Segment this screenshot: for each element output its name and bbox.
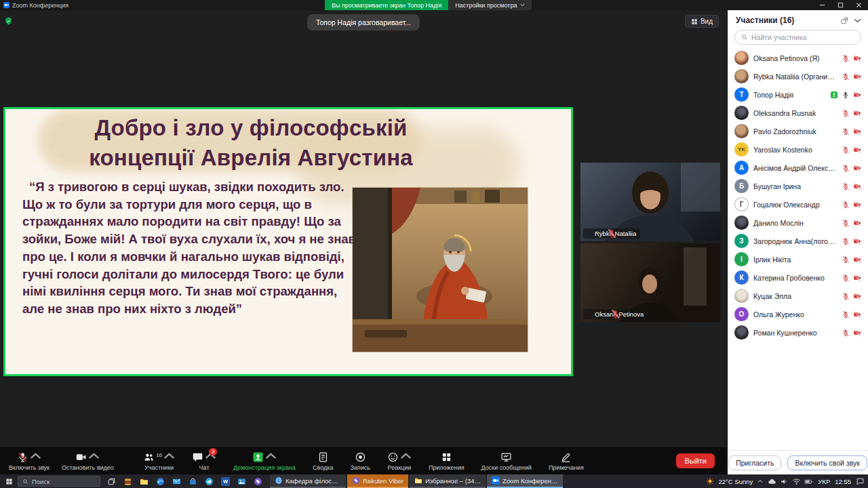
participant-name: Катерина Гробовенко	[753, 274, 837, 282]
participant-name: Rybka Nataliia (Организатор)	[753, 73, 837, 81]
participants-title: Участники (16)	[736, 16, 794, 25]
participant-status-icons	[842, 182, 861, 190]
mail-icon[interactable]	[168, 474, 184, 488]
mic-muted-icon	[842, 201, 850, 209]
video-off-icon	[853, 109, 861, 117]
summary-button[interactable]: Сводка	[307, 447, 339, 474]
invite-button[interactable]: Пригласить	[728, 455, 781, 470]
mic-muted-icon	[842, 146, 850, 154]
window-titlebar: Zoom Конференция Вы просматриваете экран…	[0, 0, 868, 10]
close-button[interactable]	[850, 0, 868, 10]
mic-muted-icon	[842, 54, 850, 62]
clock[interactable]: 12:55	[835, 478, 851, 485]
participant-row[interactable]: О Ольга Журенко	[728, 305, 868, 323]
participant-row[interactable]: A Анісімов Андрій Олександрович	[728, 159, 868, 177]
participant-row[interactable]: І Ірлик Нікіта	[728, 250, 868, 268]
photos-icon[interactable]	[233, 474, 250, 488]
presentation-slide: Добро і зло у філософській концепції Авр…	[5, 109, 571, 374]
view-options-button[interactable]: Настройки просмотра	[448, 0, 532, 10]
leave-meeting-button[interactable]: Выйти	[676, 453, 715, 468]
view-button[interactable]: Вид	[685, 15, 719, 28]
share-screen-button[interactable]: Демонстрация экрана	[227, 447, 302, 474]
participant-row[interactable]: Oleksandra Rusnak	[728, 104, 868, 122]
edge-browser-icon[interactable]	[152, 474, 168, 488]
search-participant-input[interactable]	[751, 33, 854, 41]
volume-icon[interactable]	[780, 477, 789, 486]
language-indicator[interactable]: УКР	[818, 478, 830, 485]
security-shield-icon[interactable]	[4, 16, 13, 26]
start-button[interactable]	[0, 474, 18, 488]
word-icon[interactable]: W	[217, 474, 233, 488]
chevron-up-icon[interactable]	[163, 450, 175, 462]
participant-name: Анісімов Андрій Олександрович	[753, 164, 837, 172]
whiteboards-button[interactable]: Доски сообщений	[475, 447, 538, 474]
video-off-icon	[853, 310, 861, 319]
minimize-button[interactable]	[813, 0, 831, 10]
popout-icon[interactable]	[841, 17, 848, 24]
viber-icon[interactable]	[250, 474, 266, 488]
network-icon[interactable]	[792, 477, 801, 486]
video-off-icon	[853, 256, 861, 264]
reactions-button[interactable]: Реакции	[381, 447, 418, 474]
open-apps: Кафедра філософії, ... Rakuten Viber Изб…	[270, 474, 563, 488]
participant-row[interactable]: YK Yaroslav Kostenko	[728, 140, 868, 159]
chat-button[interactable]: 3 Чат	[186, 447, 222, 474]
notes-button[interactable]: Примечания	[542, 447, 590, 474]
mic-muted-icon	[842, 109, 850, 117]
telegram-icon[interactable]	[201, 474, 217, 488]
participant-row[interactable]: З Загороднюк Анна(логопедія)	[728, 232, 868, 250]
participant-status-icons	[830, 91, 861, 99]
weather-label[interactable]: 22°C Sunny	[719, 478, 753, 485]
video-off-icon	[853, 54, 861, 62]
participant-status-icons	[842, 54, 861, 62]
chevron-up-icon[interactable]	[265, 450, 277, 462]
participant-row[interactable]: Куцак Элла	[728, 287, 868, 305]
store-icon[interactable]	[184, 474, 201, 488]
participant-row[interactable]: Rybka Nataliia (Организатор)	[728, 67, 868, 85]
apps-button[interactable]: Приложения	[422, 447, 471, 474]
mic-muted-icon	[842, 310, 850, 319]
record-button[interactable]: Запись	[344, 447, 376, 474]
weather-icon[interactable]	[706, 477, 714, 485]
video-off-icon	[853, 127, 861, 136]
participant-row[interactable]: T Топор Надія	[728, 85, 868, 104]
maximize-button[interactable]	[831, 0, 850, 10]
participants-button[interactable]: 16 Участники	[137, 447, 181, 474]
hidden-icons-chevron[interactable]	[757, 479, 763, 483]
taskbar-app-viber[interactable]: Rakuten Viber	[347, 474, 408, 488]
notification-center-icon[interactable]	[856, 477, 865, 486]
taskbar-app-favorites[interactable]: Избранное – (34285)	[410, 474, 486, 488]
video-thumbnail-oksana[interactable]: Oksana Petinova	[580, 243, 720, 322]
participant-row[interactable]: К Катерина Гробовенко	[728, 268, 868, 287]
participant-row[interactable]: Б Бушуган Ірина	[728, 177, 868, 195]
taskbar-app-browser[interactable]: Кафедра філософії, ...	[270, 474, 346, 488]
participant-row[interactable]: Данило Мослін	[728, 214, 868, 232]
avatar	[734, 106, 749, 120]
chevron-up-icon[interactable]	[400, 450, 412, 462]
app-icon	[275, 476, 283, 485]
onedrive-icon[interactable]	[768, 477, 776, 486]
file-explorer-icon[interactable]	[136, 474, 152, 488]
sharing-banner: Вы просматриваете экран Топор Надія Наст…	[325, 0, 532, 10]
participant-status-icons	[842, 274, 861, 282]
participant-row[interactable]: Г Гоцалюк Олександр	[728, 195, 868, 214]
participant-row[interactable]: Oksana Petinova (Я)	[728, 49, 868, 67]
taskbar-app-zoom[interactable]: Zoom Конференция	[487, 474, 563, 488]
unmute-self-button[interactable]: Включить свой звук	[787, 455, 867, 470]
food-app-icon[interactable]	[119, 474, 136, 488]
participant-name: Yaroslav Kostenko	[753, 146, 837, 154]
toolbar-icon	[317, 451, 329, 463]
pinned-apps: W	[103, 474, 266, 488]
participant-search[interactable]	[734, 30, 861, 45]
participant-count: 16	[156, 452, 162, 458]
avatar: О	[734, 307, 749, 321]
participant-name: Куцак Элла	[753, 292, 837, 300]
video-thumbnail-rybka[interactable]: Rybka Nataliia	[580, 163, 720, 241]
taskbar-search[interactable]: Поиск	[18, 476, 100, 487]
participant-row[interactable]: Pavlo Zadorozhniuk	[728, 122, 868, 140]
battery-icon[interactable]	[804, 477, 813, 486]
participants-header: Участники (16)	[728, 10, 868, 29]
task-view-icon[interactable]	[103, 474, 119, 488]
chevron-down-icon[interactable]	[854, 17, 861, 24]
participant-row[interactable]: Роман Кушнеренко	[728, 323, 868, 342]
